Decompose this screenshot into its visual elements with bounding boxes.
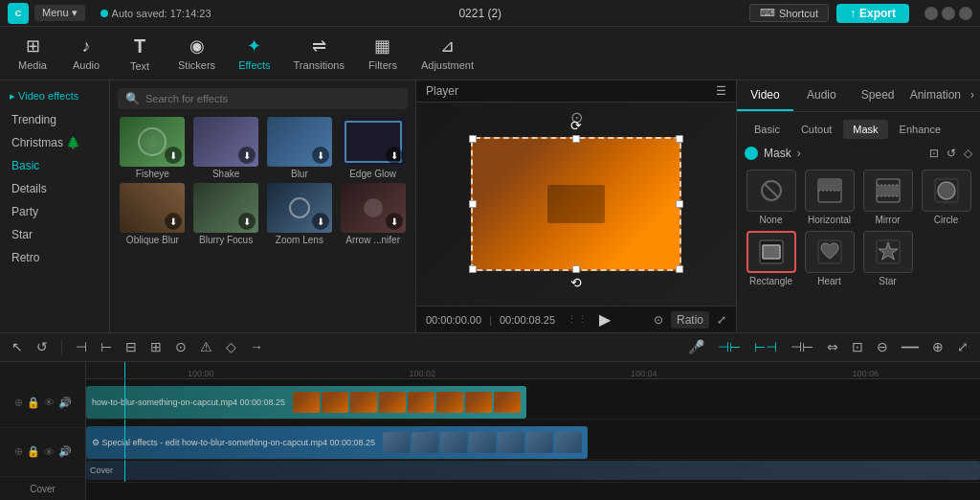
player-menu-icon[interactable]: ☰: [716, 84, 726, 98]
download-icon[interactable]: ⬇: [238, 147, 256, 164]
effect-edge-glow[interactable]: ⬇ Edge Glow: [338, 117, 408, 179]
effect-blur[interactable]: ⬇ Blur: [265, 117, 335, 179]
mask-reset-icon[interactable]: ◇: [964, 147, 972, 160]
mask-copy-icon[interactable]: ⊡: [929, 147, 939, 160]
handle-bm[interactable]: [572, 265, 580, 273]
tool-media[interactable]: ⊞ Media: [8, 32, 57, 75]
sub-tab-cutout[interactable]: Cutout: [791, 120, 841, 139]
handle-tl[interactable]: [469, 135, 477, 143]
tl-copy-icon[interactable]: ⊞: [146, 337, 166, 356]
tool-stickers[interactable]: ◉ Stickers: [168, 32, 225, 75]
handle-bl[interactable]: [469, 265, 477, 273]
mask-star[interactable]: Star: [861, 231, 914, 286]
fullscreen-icon[interactable]: ⤢: [717, 313, 726, 327]
download-icon[interactable]: ⬇: [312, 213, 329, 230]
handle-tm[interactable]: [572, 135, 580, 143]
sidebar-item-basic[interactable]: Basic: [0, 154, 109, 177]
sidebar-item-trending[interactable]: Trending: [0, 108, 109, 131]
shortcut-button[interactable]: ⌨ Shortcut: [749, 4, 829, 22]
tl-timeline-ctrl1[interactable]: ⊣⊢: [714, 337, 745, 356]
download-icon[interactable]: ⬇: [386, 147, 403, 164]
mask-toggle[interactable]: [745, 147, 758, 160]
effect-blurry-focus[interactable]: ⬇ Blurry Focus: [191, 183, 261, 245]
effects-search-bar[interactable]: 🔍: [118, 88, 408, 109]
sidebar-item-star[interactable]: Star: [0, 223, 109, 246]
track1-audio-icon[interactable]: 🔊: [58, 397, 72, 409]
menu-button[interactable]: Menu ▾: [34, 5, 85, 21]
tl-undo-icon[interactable]: ↺: [33, 337, 52, 356]
sidebar-item-party[interactable]: Party: [0, 200, 109, 223]
tab-speed[interactable]: Speed: [850, 80, 906, 111]
maximize-button[interactable]: [942, 7, 955, 20]
tool-text[interactable]: T Text: [115, 32, 165, 76]
tl-timeline-ctrl4[interactable]: ⇔: [823, 337, 842, 356]
tab-more-icon[interactable]: ›: [965, 80, 980, 111]
tl-loop-icon[interactable]: ⊙: [171, 337, 190, 356]
tl-timeline-ctrl3[interactable]: ⊣⊢: [787, 337, 817, 356]
export-button[interactable]: ↑ Export: [836, 4, 909, 23]
sidebar-item-details[interactable]: Details: [0, 177, 109, 200]
download-icon[interactable]: ⬇: [238, 213, 256, 230]
handle-rm[interactable]: [676, 200, 683, 208]
track1-add-icon[interactable]: ⊕: [14, 397, 23, 409]
sub-tab-basic[interactable]: Basic: [745, 120, 790, 139]
track2-audio-icon[interactable]: 🔊: [58, 445, 72, 458]
camera-icon[interactable]: ⊙: [654, 313, 663, 327]
tl-split2-icon[interactable]: ⊢: [97, 337, 116, 356]
mask-undo-icon[interactable]: ↺: [947, 147, 956, 160]
tool-audio[interactable]: ♪ Audio: [61, 33, 111, 75]
tl-warn-icon[interactable]: ⚠: [196, 337, 216, 356]
mask-heart[interactable]: Heart: [803, 231, 856, 286]
handle-tr[interactable]: [676, 135, 683, 143]
tl-split-icon[interactable]: ⊣: [72, 337, 91, 356]
play-button[interactable]: ▶: [599, 310, 611, 329]
effect-shake[interactable]: ⬇ Shake: [191, 117, 261, 179]
track2-lock-icon[interactable]: 🔒: [27, 445, 40, 458]
tl-mic-icon[interactable]: 🎤: [684, 337, 708, 356]
track2-eye-icon[interactable]: 👁: [44, 446, 55, 458]
effect-arrow[interactable]: ⬇ Arrow ...nifer: [338, 183, 408, 245]
mask-circle[interactable]: Circle: [920, 170, 972, 225]
tl-arrow-icon[interactable]: →: [246, 337, 267, 356]
tl-fullscreen-icon[interactable]: ⤢: [953, 337, 972, 356]
tool-adjustment[interactable]: ⊿ Adjustment: [412, 32, 483, 75]
sidebar-item-retro[interactable]: Retro: [0, 246, 109, 269]
download-icon[interactable]: ⬇: [386, 213, 403, 230]
tl-cursor-icon[interactable]: ↖: [8, 337, 27, 356]
track1-eye-icon[interactable]: 👁: [44, 397, 55, 408]
tl-zoom-minus[interactable]: ⊖: [873, 337, 892, 356]
close-button[interactable]: [959, 7, 972, 20]
tl-shape-icon[interactable]: ◇: [222, 337, 240, 356]
track-clip-1[interactable]: how-to-blur-something-on-capcut.mp4 00:0…: [86, 386, 526, 419]
tool-effects[interactable]: ✦ Effects: [229, 32, 279, 75]
tool-transitions[interactable]: ⇌ Transitions: [284, 32, 354, 75]
flip-handle[interactable]: ⟲: [570, 275, 582, 290]
effect-oblique-blur[interactable]: ⬇ Oblique Blur: [118, 183, 188, 245]
handle-br[interactable]: [676, 265, 683, 273]
tl-zoom-plus[interactable]: ⊕: [928, 337, 947, 356]
track-clip-2[interactable]: ⚙ Special effects - edit how-to-blur-som…: [86, 426, 588, 459]
mask-none[interactable]: None: [745, 170, 797, 225]
effects-search-input[interactable]: [145, 93, 400, 104]
sidebar-item-christmas[interactable]: Christmas 🌲: [0, 131, 109, 154]
tab-audio[interactable]: Audio: [793, 80, 850, 111]
download-icon[interactable]: ⬇: [312, 147, 329, 164]
tool-filters[interactable]: ▦ Filters: [358, 32, 408, 75]
minimize-button[interactable]: [924, 7, 938, 20]
sub-tab-enhance[interactable]: Enhance: [890, 120, 950, 139]
tl-timeline-ctrl5[interactable]: ⊡: [848, 337, 867, 356]
tab-animation[interactable]: Animation: [906, 80, 965, 111]
tab-video[interactable]: Video: [737, 80, 793, 111]
sub-tab-mask[interactable]: Mask: [843, 120, 887, 139]
effect-zoom-lens[interactable]: ⬇ Zoom Lens: [265, 183, 335, 245]
tl-timeline-ctrl2[interactable]: ⊢⊣: [750, 337, 781, 356]
mask-mirror[interactable]: Mirror: [861, 170, 914, 225]
tl-crop-icon[interactable]: ⊟: [122, 337, 141, 356]
mask-rectangle[interactable]: Rectangle: [745, 231, 797, 286]
effect-fisheye[interactable]: ⬇ Fisheye: [118, 117, 188, 179]
track2-add-icon[interactable]: ⊕: [14, 445, 23, 458]
mask-horizontal[interactable]: Horizontal: [803, 170, 856, 225]
track1-lock-icon[interactable]: 🔒: [27, 397, 40, 409]
ratio-button[interactable]: Ratio: [671, 311, 709, 329]
mask-arrow-icon[interactable]: ›: [797, 147, 801, 160]
